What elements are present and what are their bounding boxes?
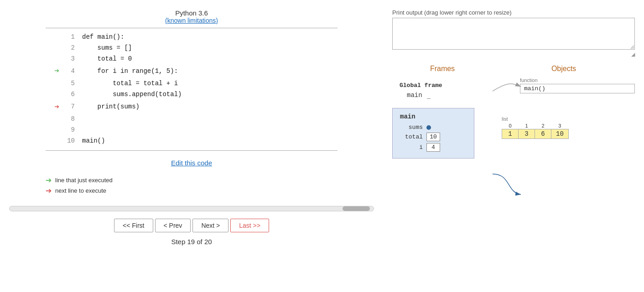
last-button[interactable]: Last >> xyxy=(230,219,269,232)
frames-title: Frames xyxy=(392,65,493,73)
code-header: Python 3.6 (known limitations) xyxy=(165,9,218,24)
line-num-1: 1 xyxy=(61,32,75,43)
line-num-7: 7 xyxy=(61,102,75,113)
left-panel: Python 3.6 (known limitations) 1def main… xyxy=(0,5,383,287)
list-index-1: 1 xyxy=(519,123,535,129)
main-frame-title: main xyxy=(400,113,467,120)
connection-arrows-svg xyxy=(493,65,639,270)
line-code-4: for i in range(1, 5): xyxy=(82,66,178,77)
known-limitations-link[interactable]: (known limitations) xyxy=(165,17,218,24)
line-code-5: total = total + i xyxy=(82,78,178,89)
line-num-8: 8 xyxy=(61,114,75,125)
red-arrow-icon: ➔ xyxy=(46,186,52,195)
list-label: list xyxy=(502,116,508,122)
sums-pointer-dot xyxy=(426,125,431,130)
scrollbar-thumb[interactable] xyxy=(343,206,370,211)
code-area: 1def main(): 2 sums = [] 3 total = 0➔4 f… xyxy=(46,28,338,151)
line-arrow-7: ➔ xyxy=(46,100,59,114)
edit-link-wrap: Edit this code xyxy=(171,159,212,167)
print-output-box[interactable] xyxy=(392,18,635,50)
list-val-0: 1 xyxy=(502,129,519,139)
list-index-2: 2 xyxy=(535,123,551,129)
print-output-label: Print output (drag lower right corner to… xyxy=(392,9,635,16)
var-val-i: 4 xyxy=(426,143,440,152)
code-line-3: 3 total = 0 xyxy=(46,54,338,65)
legend-red-text: next line to execute xyxy=(55,187,106,194)
code-line-5: 5 total = total + i xyxy=(46,78,338,89)
var-val-total: 10 xyxy=(426,133,440,141)
var-name-i: i xyxy=(400,144,423,151)
nav-buttons: << First < Prev Next > Last >> xyxy=(114,219,269,232)
edit-code-link[interactable]: Edit this code xyxy=(171,159,212,167)
line-code-6: sums.append(total) xyxy=(82,89,182,100)
objects-column: Objects function main() list 0 1 2 3 xyxy=(493,65,635,159)
list-index-3: 3 xyxy=(551,123,569,129)
code-line-10: 10main() xyxy=(46,136,338,147)
objects-title: Objects xyxy=(493,65,635,73)
code-line-6: 6 sums.append(total) xyxy=(46,89,338,100)
line-num-6: 6 xyxy=(61,89,75,100)
code-line-2: 2 sums = [] xyxy=(46,43,338,54)
code-line-1: 1def main(): xyxy=(46,32,338,43)
legend-green-text: line that just executed xyxy=(55,177,113,184)
list-object: list 0 1 2 3 1 3 6 10 xyxy=(502,116,635,139)
list-val-2: 6 xyxy=(535,129,551,139)
list-val-1: 3 xyxy=(519,129,535,139)
legend: ➔ line that just executed ➔ next line to… xyxy=(46,176,113,197)
var-name-total: total xyxy=(400,133,423,140)
function-object: function main() xyxy=(520,77,635,93)
line-code-2: sums = [] xyxy=(82,43,132,54)
global-frame-main-row: main xyxy=(407,92,485,99)
line-code-1: def main(): xyxy=(82,32,124,43)
next-button[interactable]: Next > xyxy=(192,219,229,232)
line-code-10: main() xyxy=(82,136,105,147)
list-index-0: 0 xyxy=(502,123,519,129)
frame-var-total: total 10 xyxy=(400,133,467,141)
line-num-9: 9 xyxy=(61,125,75,136)
function-name: main() xyxy=(520,84,635,93)
prev-button[interactable]: < Prev xyxy=(155,219,191,232)
scrollbar-area[interactable] xyxy=(9,204,374,213)
line-num-3: 3 xyxy=(61,54,75,65)
step-label: Step 19 of 20 xyxy=(171,238,212,246)
var-name-sums: sums xyxy=(400,124,423,131)
global-frame-title: Global frame xyxy=(400,82,485,89)
list-val-row: 1 3 6 10 xyxy=(502,129,569,139)
main-frame-box: main sums total 10 i 4 xyxy=(392,108,474,159)
green-arrow-icon: ➔ xyxy=(46,176,52,184)
global-frame-box: Global frame main xyxy=(392,77,493,103)
right-panel: Print output (drag lower right corner to… xyxy=(383,5,644,287)
line-arrow-4: ➔ xyxy=(46,64,59,78)
scrollbar-track[interactable] xyxy=(9,206,374,211)
code-line-7: ➔7 print(sums) xyxy=(46,100,338,114)
frames-column: Frames Global frame main main sums xyxy=(392,65,493,159)
list-table: 0 1 2 3 1 3 6 10 xyxy=(502,123,569,139)
line-num-4: 4 xyxy=(61,66,75,77)
frame-var-sums: sums xyxy=(400,124,467,131)
function-label: function xyxy=(520,77,635,83)
line-num-2: 2 xyxy=(61,43,75,54)
first-button[interactable]: << First xyxy=(114,219,153,232)
line-num-10: 10 xyxy=(61,136,75,147)
code-line-9: 9 xyxy=(46,125,338,136)
line-num-5: 5 xyxy=(61,78,75,89)
list-index-row: 0 1 2 3 xyxy=(502,123,569,129)
python-version: Python 3.6 xyxy=(165,9,218,17)
global-var-main: main xyxy=(407,92,422,99)
line-code-7: print(sums) xyxy=(82,102,140,113)
resize-icon: ◢ xyxy=(392,51,635,57)
code-line-8: 8 xyxy=(46,114,338,125)
list-val-3: 10 xyxy=(551,129,569,139)
frames-objects-container: Frames Global frame main main sums xyxy=(392,65,635,159)
frame-var-i: i 4 xyxy=(400,143,467,152)
code-line-4: ➔4 for i in range(1, 5): xyxy=(46,64,338,78)
legend-green: ➔ line that just executed xyxy=(46,176,113,184)
legend-red: ➔ next line to execute xyxy=(46,186,113,195)
line-code-3: total = 0 xyxy=(82,54,132,65)
